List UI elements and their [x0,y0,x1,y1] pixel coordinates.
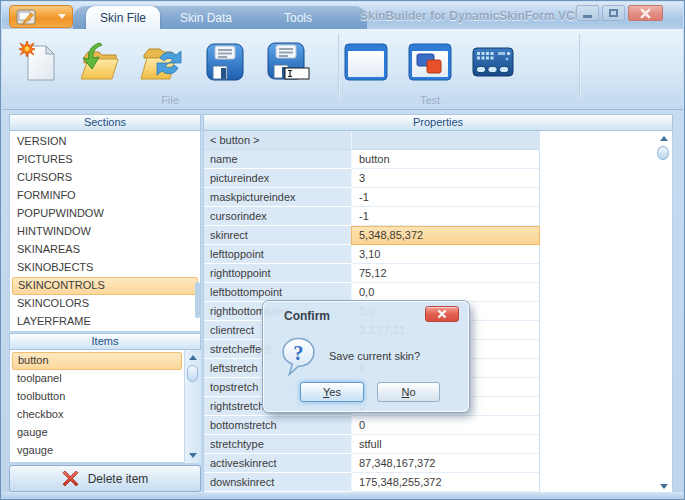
section-list-item[interactable]: CURSORS [12,169,198,187]
section-list-item[interactable]: SKINCOLORS [12,295,198,313]
scroll-up-icon[interactable] [185,351,201,364]
tab-skin-file[interactable]: Skin File [86,6,160,30]
items-scrollbar-thumb[interactable] [187,365,198,382]
section-list-item[interactable]: SKINCONTROLS [12,277,198,295]
maximize-icon [609,9,618,17]
test-panel-button[interactable] [468,37,518,87]
property-row[interactable]: skinrect 5,348,85,372 [204,226,672,245]
section-label: VERSION [17,135,67,147]
property-value[interactable]: 3,10 [351,245,540,264]
property-row[interactable]: stretchtype stfull [204,435,672,454]
save-skin-as-button[interactable] [263,37,313,87]
property-row[interactable]: righttoppoint 75,12 [204,264,672,283]
property-label: pictureindex [204,169,351,188]
no-button[interactable]: No [377,382,440,402]
property-value[interactable]: 0 [351,416,540,435]
property-value[interactable]: 0,0 [351,283,540,302]
item-list-item[interactable]: button [12,352,182,370]
section-list-item[interactable]: HINTWINDOW [12,223,198,241]
property-row[interactable]: < button > [204,131,672,150]
test-child-controls-button[interactable] [405,37,455,87]
test-window-button[interactable] [341,37,391,87]
property-label: leftbottompoint [204,283,351,302]
save-skin-button[interactable] [200,37,250,87]
property-value[interactable]: 87,348,167,372 [351,454,540,473]
item-list-item[interactable]: checkbox [12,406,182,424]
titlebar[interactable]: Skin File Skin Data Tools SkinBuilder fo… [2,2,683,29]
property-label: downskinrect [204,473,351,492]
items-list[interactable]: button toolpanel toolbutton checkbox gau… [9,350,201,463]
property-value[interactable]: 3 [351,169,540,188]
sections-panel-header: Sections [9,114,201,131]
section-list-item[interactable]: SKINAREAS [12,241,198,259]
properties-scrollbar[interactable] [656,132,671,493]
confirm-dialog: Confirm ? Save current skin? Yes No [263,301,469,412]
new-skin-button[interactable] [14,37,64,87]
section-label: FORMINFO [17,189,76,201]
yes-button[interactable]: Yes [300,382,364,402]
section-label: PICTURES [17,153,73,165]
property-row[interactable]: bottomstretch 0 [204,416,672,435]
dialog-message: Save current skin? [329,350,420,362]
section-list-item[interactable]: PICTURES [12,151,198,169]
section-list-item[interactable]: LAYERFRAME [12,313,198,331]
close-button[interactable] [628,5,663,21]
property-row[interactable]: activeskinrect 87,348,167,372 [204,454,672,473]
scroll-down-icon[interactable] [185,449,201,462]
open-skin-button[interactable] [74,37,124,87]
property-row[interactable]: cursorindex -1 [204,207,672,226]
property-value[interactable]: 5,348,85,372 [351,226,540,245]
section-label: SKINOBJECTS [17,261,93,273]
property-label: bottomstretch [204,416,351,435]
dialog-title[interactable]: Confirm [284,309,330,323]
application-menu-button[interactable] [9,5,73,28]
properties-panel-header: Properties [203,114,673,131]
property-value[interactable]: -1 [351,207,540,226]
item-label: radiobox [17,462,59,463]
test-window-icon [343,41,389,83]
dialog-close-button[interactable] [425,306,459,322]
item-list-item[interactable]: gauge [12,424,182,442]
minimize-icon [583,15,592,18]
properties-scrollbar-thumb[interactable] [657,146,669,160]
section-label: SKINCONTROLS [18,279,105,291]
section-list-item[interactable]: FORMINFO [12,187,198,205]
property-value[interactable] [351,131,540,150]
property-label: cursorindex [204,207,351,226]
delete-item-button[interactable]: Delete item [9,465,201,492]
property-value[interactable]: -1 [351,188,540,207]
maximize-button[interactable] [602,5,625,21]
property-value[interactable]: 75,12 [351,264,540,283]
reload-skin-button[interactable] [136,37,186,87]
property-value[interactable]: 175,348,255,372 [351,473,540,492]
sections-scrollbar-thumb[interactable] [195,282,200,318]
minimize-button[interactable] [576,5,599,21]
property-row[interactable]: pictureindex 3 [204,169,672,188]
refresh-folder-icon [138,41,184,83]
section-list-item[interactable]: SKINOBJECTS [12,259,198,277]
tab-tools[interactable]: Tools [252,6,344,30]
ribbon-group-separator [338,34,340,99]
property-row[interactable]: name button [204,150,672,169]
property-row[interactable]: leftbottompoint 0,0 [204,283,672,302]
item-list-item[interactable]: vgauge [12,442,182,460]
property-label: stretchtype [204,435,351,454]
item-list-item[interactable]: radiobox [12,460,182,463]
property-value[interactable]: stfull [351,435,540,454]
delete-item-label: Delete item [88,472,149,486]
section-label: LAYERFRAME [17,315,91,327]
item-label: checkbox [17,408,63,420]
item-list-item[interactable]: toolbutton [12,388,182,406]
scroll-up-icon[interactable] [656,132,671,145]
property-row[interactable]: downskinrect 175,348,255,372 [204,473,672,492]
property-row[interactable]: lefttoppoint 3,10 [204,245,672,264]
item-list-item[interactable]: toolpanel [12,370,182,388]
sections-list[interactable]: VERSION PICTURES CURSORS FORMINFO POPUPW… [9,131,201,332]
property-row[interactable]: maskpictureindex -1 [204,188,672,207]
item-label: toolpanel [17,372,62,384]
tab-skin-data[interactable]: Skin Data [160,6,252,30]
section-list-item[interactable]: POPUPWINDOW [12,205,198,223]
section-list-item[interactable]: VERSION [12,133,198,151]
items-scrollbar[interactable] [184,350,201,463]
property-value[interactable]: button [351,150,540,169]
